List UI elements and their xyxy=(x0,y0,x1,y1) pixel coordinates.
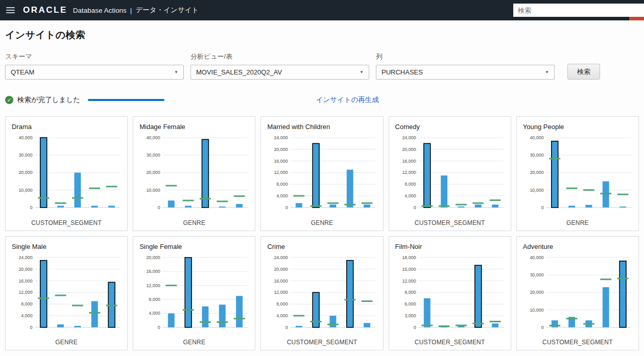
chevron-down-icon: ▼ xyxy=(174,70,178,74)
insight-cards-grid: Drama 010,00020,00030,00040,000 CUSTOMER… xyxy=(5,116,639,350)
svg-text:40,000: 40,000 xyxy=(530,135,543,140)
svg-text:40,000: 40,000 xyxy=(18,135,32,140)
svg-text:4,000: 4,000 xyxy=(277,313,288,318)
insight-card[interactable]: Single Female 04,0008,00012,00016,00020,… xyxy=(133,236,255,351)
svg-text:16,000: 16,000 xyxy=(274,278,288,283)
schema-select[interactable]: QTEAM ▼ xyxy=(5,65,184,80)
svg-text:8,000: 8,000 xyxy=(404,182,416,187)
svg-text:20,000: 20,000 xyxy=(530,290,543,295)
svg-text:16,000: 16,000 xyxy=(18,278,32,283)
svg-text:12,000: 12,000 xyxy=(402,278,416,283)
svg-text:24,000: 24,000 xyxy=(274,255,288,260)
insight-card[interactable]: Young People 010,00020,00030,00040,000 G… xyxy=(516,116,639,231)
insight-card[interactable]: Midage Female 010,00020,00030,00040,000 … xyxy=(133,116,255,231)
insight-card-xlabel: CUSTOMER_SEGMENT xyxy=(10,219,123,226)
insight-card-xlabel: GENRE xyxy=(137,219,251,226)
red-accent-bar xyxy=(629,17,644,20)
insight-card-title: Comedy xyxy=(393,123,507,131)
svg-text:12,000: 12,000 xyxy=(274,290,288,295)
insight-card[interactable]: Film-Noir 03,0006,0009,00012,00015,00018… xyxy=(389,236,511,351)
filters-row: スキーマ QTEAM ▼ 分析ビュー/表 MOVIE_SALES_2020Q2_… xyxy=(5,52,639,80)
schema-field: スキーマ QTEAM ▼ xyxy=(5,52,184,80)
svg-text:12,000: 12,000 xyxy=(18,290,32,295)
column-select[interactable]: PURCHASES ▼ xyxy=(376,65,555,80)
svg-text:30,000: 30,000 xyxy=(530,152,543,158)
svg-text:8,000: 8,000 xyxy=(21,301,32,307)
svg-text:0: 0 xyxy=(30,324,33,329)
svg-text:0: 0 xyxy=(413,324,416,329)
svg-text:4,000: 4,000 xyxy=(404,193,416,198)
svg-text:8,000: 8,000 xyxy=(149,297,160,302)
page-title: インサイトの検索 xyxy=(5,29,639,42)
status-row: ✓ 検索が完了しました インサイトの再生成 xyxy=(5,95,639,105)
insight-card-xlabel: GENRE xyxy=(10,339,123,346)
insight-card-xlabel: GENRE xyxy=(265,219,378,226)
schema-value: QTEAM xyxy=(11,68,34,76)
app-title: Database Actions xyxy=(73,7,127,14)
bar-chart: 010,00020,00030,00040,000 xyxy=(521,253,634,338)
analytic-view-field: 分析ビュー/表 MOVIE_SALES_2020Q2_AV ▼ xyxy=(190,52,369,80)
svg-text:10,000: 10,000 xyxy=(147,188,160,193)
svg-text:20,000: 20,000 xyxy=(18,170,32,175)
insight-card-xlabel: CUSTOMER_SEGMENT xyxy=(265,339,378,346)
insight-card[interactable]: Single Male 04,0008,00012,00016,00020,00… xyxy=(5,236,128,351)
svg-text:30,000: 30,000 xyxy=(18,152,32,158)
insight-card-title: Married with Children xyxy=(265,123,378,131)
success-check-icon: ✓ xyxy=(5,96,13,104)
svg-text:24,000: 24,000 xyxy=(402,135,416,140)
svg-text:30,000: 30,000 xyxy=(147,152,160,158)
svg-text:4,000: 4,000 xyxy=(277,193,288,198)
insight-card[interactable]: Crime 04,0008,00012,00016,00020,00024,00… xyxy=(260,236,383,351)
svg-text:0: 0 xyxy=(541,205,543,210)
column-value: PURCHASES xyxy=(381,68,423,76)
insight-card-xlabel: CUSTOMER_SEGMENT xyxy=(393,219,507,226)
svg-text:0: 0 xyxy=(30,205,33,210)
svg-text:9,000: 9,000 xyxy=(404,290,416,295)
bar-chart: 04,0008,00012,00016,00020,00024,000 xyxy=(393,134,507,218)
insight-card-title: Film-Noir xyxy=(393,243,507,250)
bar-chart: 010,00020,00030,00040,000 xyxy=(10,134,123,218)
svg-text:16,000: 16,000 xyxy=(274,159,288,164)
column-label: 列 xyxy=(376,52,555,61)
progress-bar xyxy=(88,99,164,101)
page-name: データ・インサイト xyxy=(135,6,199,15)
svg-text:0: 0 xyxy=(541,324,543,329)
insight-card[interactable]: Adventure 010,00020,00030,00040,000 CUST… xyxy=(516,236,639,351)
search-input[interactable] xyxy=(513,4,644,17)
search-button[interactable]: 検索 xyxy=(567,64,600,80)
svg-text:0: 0 xyxy=(158,205,160,210)
status-message: 検索が完了しました xyxy=(17,95,80,105)
svg-text:20,000: 20,000 xyxy=(147,170,160,175)
schema-label: スキーマ xyxy=(5,52,184,61)
hamburger-menu-icon[interactable] xyxy=(6,7,15,13)
insight-card-title: Young People xyxy=(521,123,634,131)
svg-text:0: 0 xyxy=(158,324,160,329)
insight-card-xlabel: GENRE xyxy=(521,219,634,226)
bar-chart: 04,0008,00012,00016,00020,00024,000 xyxy=(265,253,378,338)
column-field: 列 PURCHASES ▼ xyxy=(376,52,555,80)
svg-text:10,000: 10,000 xyxy=(18,188,32,193)
insight-card-title: Single Female xyxy=(137,243,251,250)
svg-text:12,000: 12,000 xyxy=(274,170,288,175)
analytic-view-select[interactable]: MOVIE_SALES_2020Q2_AV ▼ xyxy=(190,65,369,80)
insight-card-xlabel: CUSTOMER_SEGMENT xyxy=(393,339,507,346)
oracle-logo: ORACLE xyxy=(23,5,67,15)
bar-chart: 010,00020,00030,00040,000 xyxy=(521,134,634,218)
insight-card-title: Midage Female xyxy=(137,123,251,131)
app-header: ORACLE Database Actions | データ・インサイト xyxy=(0,0,644,20)
svg-text:20,000: 20,000 xyxy=(274,266,288,271)
bar-chart: 03,0006,0009,00012,00015,00018,000 xyxy=(393,253,507,338)
svg-text:20,000: 20,000 xyxy=(274,147,288,152)
insight-card-title: Crime xyxy=(265,243,378,250)
chevron-down-icon: ▼ xyxy=(545,70,549,74)
svg-text:4,000: 4,000 xyxy=(21,313,32,318)
insight-card[interactable]: Comedy 04,0008,00012,00016,00020,00024,0… xyxy=(389,116,511,231)
regenerate-insights-link[interactable]: インサイトの再生成 xyxy=(316,95,378,105)
svg-text:10,000: 10,000 xyxy=(530,307,543,312)
svg-text:40,000: 40,000 xyxy=(530,255,543,260)
svg-text:10,000: 10,000 xyxy=(530,188,543,193)
insight-card[interactable]: Drama 010,00020,00030,00040,000 CUSTOMER… xyxy=(5,116,128,231)
svg-text:20,000: 20,000 xyxy=(402,147,416,152)
insight-card[interactable]: Married with Children 04,0008,00012,0001… xyxy=(260,116,383,231)
svg-text:4,000: 4,000 xyxy=(149,311,160,316)
